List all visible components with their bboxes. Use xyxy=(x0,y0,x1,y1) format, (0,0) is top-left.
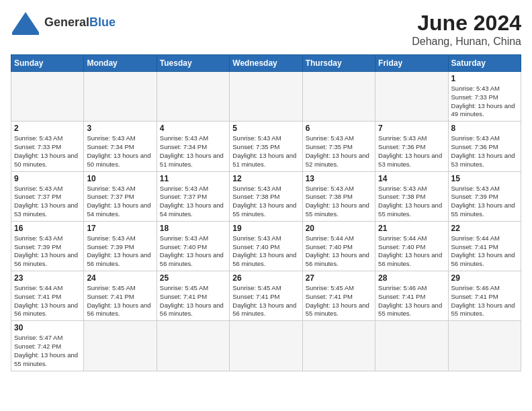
calendar-day-cell: 15Sunrise: 5:43 AM Sunset: 7:39 PM Dayli… xyxy=(448,171,521,221)
calendar-day-cell: 23Sunrise: 5:44 AM Sunset: 7:41 PM Dayli… xyxy=(11,271,84,321)
day-number: 6 xyxy=(306,124,372,133)
weekday-header: Friday xyxy=(375,55,448,72)
day-info: Sunrise: 5:45 AM Sunset: 7:41 PM Dayligh… xyxy=(232,284,299,318)
calendar-day-cell xyxy=(230,321,302,371)
day-number: 15 xyxy=(451,174,518,183)
day-number: 25 xyxy=(160,273,226,283)
calendar-day-cell: 21Sunrise: 5:44 AM Sunset: 7:40 PM Dayli… xyxy=(375,221,448,271)
calendar-day-cell: 16Sunrise: 5:43 AM Sunset: 7:39 PM Dayli… xyxy=(11,221,84,271)
calendar-day-cell xyxy=(302,321,375,371)
day-info: Sunrise: 5:44 AM Sunset: 7:41 PM Dayligh… xyxy=(14,284,81,318)
day-number: 30 xyxy=(14,323,81,332)
day-info: Sunrise: 5:44 AM Sunset: 7:40 PM Dayligh… xyxy=(378,234,445,269)
calendar-day-cell: 7Sunrise: 5:43 AM Sunset: 7:36 PM Daylig… xyxy=(375,122,448,171)
day-number: 17 xyxy=(87,224,153,233)
calendar-day-cell: 6Sunrise: 5:43 AM Sunset: 7:35 PM Daylig… xyxy=(302,122,375,171)
day-info: Sunrise: 5:43 AM Sunset: 7:38 PM Dayligh… xyxy=(306,185,372,219)
svg-marker-0 xyxy=(12,12,39,32)
day-number: 9 xyxy=(14,174,81,183)
day-info: Sunrise: 5:43 AM Sunset: 7:39 PM Dayligh… xyxy=(451,185,518,219)
calendar-day-cell: 27Sunrise: 5:45 AM Sunset: 7:41 PM Dayli… xyxy=(302,271,375,321)
day-info: Sunrise: 5:43 AM Sunset: 7:37 PM Dayligh… xyxy=(87,185,153,219)
calendar-week-row: 16Sunrise: 5:43 AM Sunset: 7:39 PM Dayli… xyxy=(11,221,521,271)
day-info: Sunrise: 5:43 AM Sunset: 7:38 PM Dayligh… xyxy=(378,185,445,219)
logo-text: GeneralBlue xyxy=(44,16,116,30)
day-number: 27 xyxy=(306,273,372,283)
day-info: Sunrise: 5:46 AM Sunset: 7:41 PM Dayligh… xyxy=(451,284,518,318)
day-info: Sunrise: 5:44 AM Sunset: 7:40 PM Dayligh… xyxy=(306,234,372,269)
calendar-day-cell: 24Sunrise: 5:45 AM Sunset: 7:41 PM Dayli… xyxy=(84,271,157,321)
day-info: Sunrise: 5:43 AM Sunset: 7:40 PM Dayligh… xyxy=(232,234,299,269)
day-number: 23 xyxy=(14,273,81,283)
calendar-table: SundayMondayTuesdayWednesdayThursdayFrid… xyxy=(11,54,521,371)
calendar-day-cell: 26Sunrise: 5:45 AM Sunset: 7:41 PM Dayli… xyxy=(230,271,302,321)
calendar-day-cell: 3Sunrise: 5:43 AM Sunset: 7:34 PM Daylig… xyxy=(84,122,157,171)
day-info: Sunrise: 5:43 AM Sunset: 7:37 PM Dayligh… xyxy=(160,185,226,219)
calendar-day-cell: 17Sunrise: 5:43 AM Sunset: 7:39 PM Dayli… xyxy=(84,221,157,271)
weekday-header: Saturday xyxy=(448,55,521,72)
day-info: Sunrise: 5:43 AM Sunset: 7:33 PM Dayligh… xyxy=(14,134,81,169)
day-number: 10 xyxy=(87,174,153,183)
day-info: Sunrise: 5:43 AM Sunset: 7:40 PM Dayligh… xyxy=(160,234,226,269)
day-number: 2 xyxy=(14,124,81,133)
calendar-day-cell xyxy=(11,72,84,122)
calendar-day-cell: 28Sunrise: 5:46 AM Sunset: 7:41 PM Dayli… xyxy=(375,271,448,321)
calendar-day-cell xyxy=(375,321,448,371)
weekday-header: Monday xyxy=(84,55,157,72)
day-info: Sunrise: 5:43 AM Sunset: 7:38 PM Dayligh… xyxy=(232,185,299,219)
calendar-day-cell: 29Sunrise: 5:46 AM Sunset: 7:41 PM Dayli… xyxy=(448,271,521,321)
day-info: Sunrise: 5:44 AM Sunset: 7:41 PM Dayligh… xyxy=(451,234,518,269)
day-number: 19 xyxy=(232,224,299,233)
weekday-header: Thursday xyxy=(302,55,375,72)
calendar-day-cell: 10Sunrise: 5:43 AM Sunset: 7:37 PM Dayli… xyxy=(84,171,157,221)
calendar-day-cell: 14Sunrise: 5:43 AM Sunset: 7:38 PM Dayli… xyxy=(375,171,448,221)
day-number: 22 xyxy=(451,224,518,233)
calendar-day-cell xyxy=(230,72,302,122)
day-number: 4 xyxy=(160,124,226,133)
day-number: 21 xyxy=(378,224,445,233)
day-number: 16 xyxy=(14,224,81,233)
page-header: GeneralBlue June 2024 Dehang, Hunan, Chi… xyxy=(11,11,521,48)
day-info: Sunrise: 5:43 AM Sunset: 7:35 PM Dayligh… xyxy=(232,134,299,169)
month-title: June 2024 xyxy=(412,11,521,36)
calendar-day-cell: 12Sunrise: 5:43 AM Sunset: 7:38 PM Dayli… xyxy=(230,171,302,221)
calendar-day-cell: 2Sunrise: 5:43 AM Sunset: 7:33 PM Daylig… xyxy=(11,122,84,171)
day-info: Sunrise: 5:47 AM Sunset: 7:42 PM Dayligh… xyxy=(14,334,81,368)
day-info: Sunrise: 5:45 AM Sunset: 7:41 PM Dayligh… xyxy=(306,284,372,318)
calendar-day-cell xyxy=(302,72,375,122)
calendar-day-cell xyxy=(157,321,229,371)
day-number: 1 xyxy=(451,74,518,83)
day-info: Sunrise: 5:43 AM Sunset: 7:35 PM Dayligh… xyxy=(306,134,372,169)
day-number: 8 xyxy=(451,124,518,133)
calendar-week-row: 30Sunrise: 5:47 AM Sunset: 7:42 PM Dayli… xyxy=(11,321,521,371)
calendar-day-cell: 30Sunrise: 5:47 AM Sunset: 7:42 PM Dayli… xyxy=(11,321,84,371)
calendar-day-cell: 4Sunrise: 5:43 AM Sunset: 7:34 PM Daylig… xyxy=(157,122,229,171)
calendar-day-cell xyxy=(448,321,521,371)
logo: GeneralBlue xyxy=(11,11,116,35)
calendar-day-cell: 22Sunrise: 5:44 AM Sunset: 7:41 PM Dayli… xyxy=(448,221,521,271)
day-number: 7 xyxy=(378,124,445,133)
calendar-week-row: 1Sunrise: 5:43 AM Sunset: 7:33 PM Daylig… xyxy=(11,72,521,122)
title-area: June 2024 Dehang, Hunan, China xyxy=(412,11,521,48)
weekday-header: Sunday xyxy=(11,55,84,72)
logo-icon xyxy=(11,11,40,35)
weekday-header: Tuesday xyxy=(157,55,229,72)
day-info: Sunrise: 5:43 AM Sunset: 7:39 PM Dayligh… xyxy=(87,234,153,269)
day-number: 12 xyxy=(232,174,299,183)
calendar-day-cell: 9Sunrise: 5:43 AM Sunset: 7:37 PM Daylig… xyxy=(11,171,84,221)
day-info: Sunrise: 5:43 AM Sunset: 7:36 PM Dayligh… xyxy=(378,134,445,169)
calendar-day-cell: 25Sunrise: 5:45 AM Sunset: 7:41 PM Dayli… xyxy=(157,271,229,321)
day-number: 13 xyxy=(306,174,372,183)
calendar-day-cell xyxy=(84,72,157,122)
location-title: Dehang, Hunan, China xyxy=(412,36,521,48)
day-info: Sunrise: 5:46 AM Sunset: 7:41 PM Dayligh… xyxy=(378,284,445,318)
day-number: 26 xyxy=(232,273,299,283)
calendar-day-cell xyxy=(375,72,448,122)
calendar-week-row: 2Sunrise: 5:43 AM Sunset: 7:33 PM Daylig… xyxy=(11,122,521,171)
calendar-day-cell xyxy=(84,321,157,371)
calendar-week-row: 9Sunrise: 5:43 AM Sunset: 7:37 PM Daylig… xyxy=(11,171,521,221)
day-number: 5 xyxy=(232,124,299,133)
calendar-day-cell: 20Sunrise: 5:44 AM Sunset: 7:40 PM Dayli… xyxy=(302,221,375,271)
day-info: Sunrise: 5:43 AM Sunset: 7:36 PM Dayligh… xyxy=(451,134,518,169)
day-info: Sunrise: 5:43 AM Sunset: 7:33 PM Dayligh… xyxy=(451,85,518,119)
